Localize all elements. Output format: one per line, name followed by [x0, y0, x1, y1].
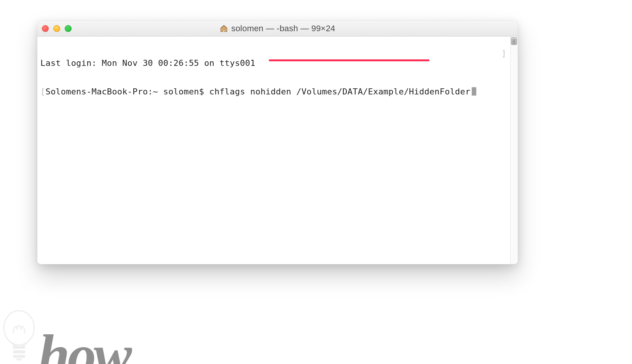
terminal-body[interactable]: Last login: Mon Nov 30 00:26:55 on ttys0…	[37, 37, 518, 264]
bracket-left: [	[40, 87, 45, 96]
svg-rect-3	[13, 355, 25, 358]
path-underline-annotation	[269, 59, 429, 61]
close-button[interactable]	[42, 25, 49, 32]
terminal-cursor	[472, 87, 476, 96]
svg-rect-1	[13, 346, 25, 349]
traffic-lights	[42, 25, 72, 32]
svg-rect-2	[13, 350, 25, 353]
window-title-text: solomen — -bash — 99×24	[231, 24, 335, 34]
watermark: how	[0, 307, 129, 364]
window-title: solomen — -bash — 99×24	[37, 24, 518, 34]
lightbulb-icon	[0, 307, 38, 364]
minimize-button[interactable]	[53, 25, 60, 32]
zoom-button[interactable]	[65, 25, 72, 32]
prompt-host: Solomens-MacBook-Pro:~ solomen$	[45, 87, 204, 96]
bracket-right: ]	[501, 49, 506, 58]
window-titlebar[interactable]: solomen — -bash — 99×24	[37, 21, 518, 37]
home-icon	[220, 24, 228, 33]
terminal-window: solomen — -bash — 99×24 Last login: Mon …	[37, 21, 518, 264]
svg-point-0	[4, 311, 34, 345]
watermark-text: how	[38, 332, 129, 364]
command-path: /Volumes/DATA/Example/HiddenFolder	[296, 87, 470, 96]
scrollbar[interactable]	[510, 37, 518, 264]
terminal-output[interactable]: Last login: Mon Nov 30 00:26:55 on ttys0…	[40, 39, 515, 116]
scrollbar-thumb[interactable]	[511, 37, 517, 45]
command-text: chflags nohidden	[209, 87, 291, 96]
prompt-line[interactable]: [Solomens-MacBook-Pro:~ solomen$ chflags…	[40, 87, 515, 96]
